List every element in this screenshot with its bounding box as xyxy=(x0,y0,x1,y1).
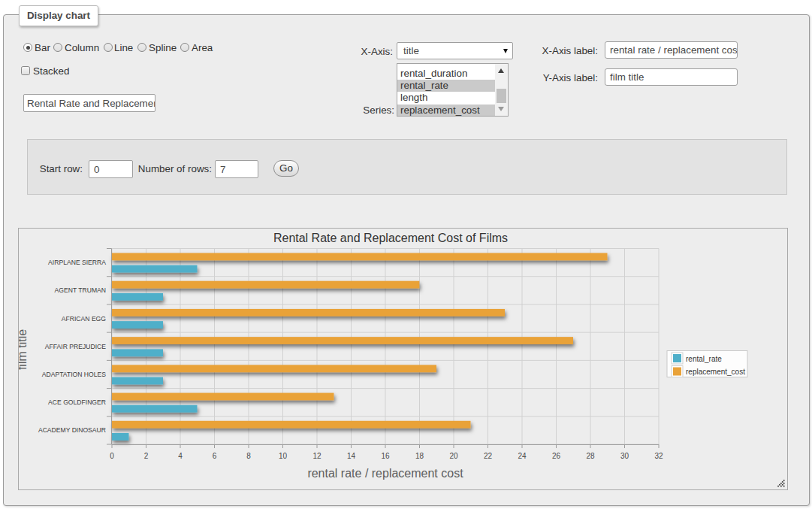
svg-text:ADAPTATION HOLES: ADAPTATION HOLES xyxy=(42,371,106,378)
svg-text:rental rate / replacement cost: rental rate / replacement cost xyxy=(307,467,463,480)
svg-text:10: 10 xyxy=(279,452,288,460)
svg-text:8: 8 xyxy=(246,452,251,460)
svg-text:rental_rate: rental_rate xyxy=(686,355,722,363)
svg-text:AFFAIR PREJUDICE: AFFAIR PREJUDICE xyxy=(45,343,106,350)
svg-text:24: 24 xyxy=(518,452,527,460)
svg-text:0: 0 xyxy=(110,452,114,460)
svg-text:ACE GOLDFINGER: ACE GOLDFINGER xyxy=(48,398,106,406)
svg-text:Rental Rate and Replacement Co: Rental Rate and Replacement Cost of Film… xyxy=(273,232,508,244)
svg-text:film title: film title xyxy=(19,329,29,370)
svg-text:32: 32 xyxy=(654,452,663,460)
svg-text:20: 20 xyxy=(449,452,458,460)
svg-text:28: 28 xyxy=(586,452,595,460)
svg-text:26: 26 xyxy=(552,452,561,460)
svg-text:22: 22 xyxy=(484,452,493,460)
svg-text:AGENT TRUMAN: AGENT TRUMAN xyxy=(55,286,106,294)
svg-text:AIRPLANE SIERRA: AIRPLANE SIERRA xyxy=(48,259,106,266)
svg-text:14: 14 xyxy=(347,452,356,460)
svg-text:6: 6 xyxy=(213,452,217,460)
svg-text:16: 16 xyxy=(381,452,390,460)
svg-text:ACADEMY DINOSAUR: ACADEMY DINOSAUR xyxy=(38,426,106,434)
svg-text:AFRICAN EGG: AFRICAN EGG xyxy=(62,315,107,323)
svg-text:replacement_cost: replacement_cost xyxy=(686,368,745,376)
svg-text:18: 18 xyxy=(415,452,424,460)
svg-text:4: 4 xyxy=(178,452,183,460)
svg-text:30: 30 xyxy=(620,452,629,460)
svg-text:12: 12 xyxy=(312,452,321,460)
svg-text:2: 2 xyxy=(144,452,149,460)
